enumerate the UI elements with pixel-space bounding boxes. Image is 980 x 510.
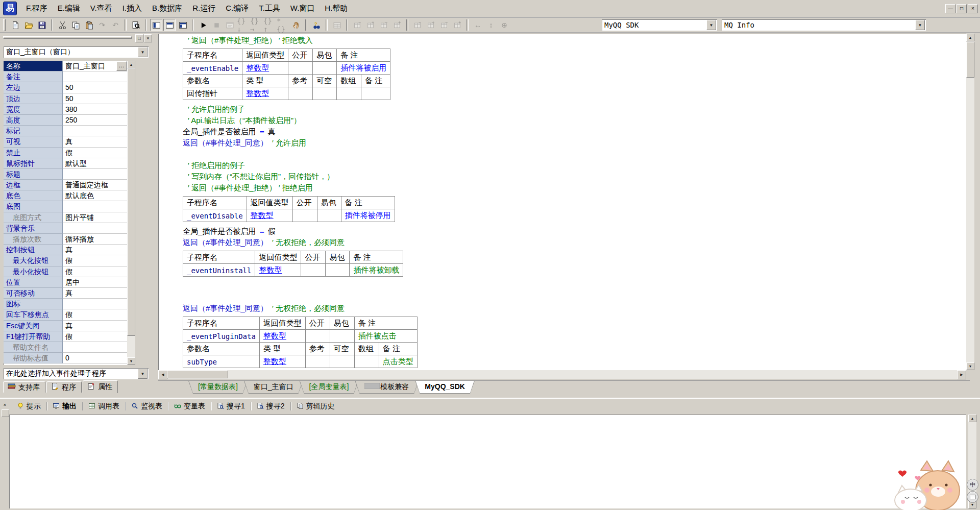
- property-row[interactable]: 底图方式图片平铺: [4, 212, 127, 223]
- new-data-member-button[interactable]: [351, 19, 363, 31]
- param-type-cell[interactable]: 整数型: [242, 87, 288, 100]
- redo-button[interactable]: ↷: [96, 19, 108, 31]
- output-tab-提示[interactable]: 提示: [11, 401, 46, 411]
- dropdown-arrow-icon[interactable]: ▼: [138, 47, 148, 57]
- tab-支持库[interactable]: 支持库: [3, 381, 45, 393]
- property-row[interactable]: 边框普通固定边框: [4, 180, 127, 190]
- property-row[interactable]: 播放次数循环播放: [4, 234, 127, 245]
- menu-item[interactable]: H.帮助: [320, 2, 353, 15]
- output-tab-输出[interactable]: 输出: [47, 401, 82, 411]
- doc-tab-[全局变量表][interactable]: [全局变量表]: [300, 381, 359, 394]
- property-row[interactable]: 名称窗口_主窗口…: [4, 61, 127, 71]
- stop-button[interactable]: [210, 19, 223, 31]
- param-remark-cell[interactable]: [361, 87, 390, 100]
- scroll-down-button[interactable]: ▼: [127, 357, 135, 365]
- swap-data-members-button[interactable]: [378, 19, 390, 31]
- menu-item[interactable]: E.编辑: [53, 2, 85, 15]
- doc-tab-窗口_主窗口[interactable]: 窗口_主窗口: [244, 381, 303, 394]
- merge-table-cells-button[interactable]: [411, 19, 424, 31]
- layout-split-top-button[interactable]: [163, 19, 176, 31]
- property-row[interactable]: 控制按钮真: [4, 245, 127, 255]
- property-row[interactable]: F1键打开帮助假: [4, 331, 127, 342]
- property-value[interactable]: 图片平铺: [63, 212, 127, 223]
- close-output-button[interactable]: ×: [2, 401, 8, 408]
- mdi-restore-button[interactable]: □: [957, 4, 967, 13]
- property-row[interactable]: 帮助文件名: [4, 342, 127, 353]
- scroll-down-button[interactable]: ▼: [966, 362, 974, 370]
- property-row[interactable]: Esc键关闭真: [4, 321, 127, 331]
- output-tab-变量表[interactable]: 变量表: [168, 401, 211, 411]
- output-tab-剪辑历史[interactable]: 剪辑历史: [291, 401, 340, 411]
- type-link[interactable]: 整数型: [263, 357, 286, 366]
- return-type-cell[interactable]: 整数型: [259, 330, 305, 343]
- param-type-cell[interactable]: 整数型: [259, 355, 305, 368]
- property-row[interactable]: 备注: [4, 71, 127, 82]
- fit-both-button[interactable]: ⊕: [498, 19, 510, 31]
- property-value[interactable]: 50: [63, 93, 127, 104]
- menu-item[interactable]: C.编译: [220, 2, 254, 15]
- panel-close-button[interactable]: ×: [144, 34, 152, 42]
- undo-button[interactable]: ↶: [109, 19, 121, 31]
- property-value[interactable]: 50: [63, 82, 127, 93]
- tab-程序[interactable]: 程序: [46, 381, 82, 393]
- return-type-cell[interactable]: 整数型: [242, 62, 288, 75]
- property-row[interactable]: 顶边50: [4, 93, 127, 104]
- save-button[interactable]: [36, 19, 48, 31]
- property-value[interactable]: 循环播放: [63, 234, 127, 245]
- property-value[interactable]: 假: [63, 331, 127, 342]
- subroutine-name-cell[interactable]: _eventDisable: [183, 209, 247, 222]
- property-row[interactable]: 最大化按钮假: [4, 255, 127, 266]
- property-row[interactable]: 标题: [4, 169, 127, 180]
- fit-width-button[interactable]: ↔: [472, 19, 484, 31]
- pause-button[interactable]: [290, 19, 302, 31]
- property-value[interactable]: 默认底色: [63, 190, 127, 201]
- property-value[interactable]: 380: [63, 104, 127, 115]
- remark-cell[interactable]: 插件将被卸载: [350, 264, 403, 277]
- ime-chinese-button[interactable]: 中: [967, 479, 978, 491]
- property-value[interactable]: [63, 71, 127, 82]
- scroll-up-button[interactable]: ▲: [966, 34, 974, 41]
- output-console[interactable]: [9, 415, 966, 508]
- property-value[interactable]: 真: [63, 245, 127, 255]
- menu-item[interactable]: W.窗口: [285, 2, 320, 15]
- menu-item[interactable]: R.运行: [187, 2, 220, 15]
- detach-output-button[interactable]: [2, 409, 9, 417]
- open-file-button[interactable]: [22, 19, 35, 31]
- property-value[interactable]: 0: [63, 353, 127, 363]
- property-row[interactable]: 帮助标志值0: [4, 353, 127, 363]
- property-row[interactable]: 图标: [4, 299, 127, 309]
- property-row[interactable]: 标记: [4, 126, 127, 136]
- insert-data-member-button[interactable]: [364, 19, 377, 31]
- debug-window-button[interactable]: [224, 19, 236, 31]
- panel-grip[interactable]: [3, 36, 132, 39]
- step-over-button[interactable]: {}→: [250, 19, 262, 31]
- param-remark-cell[interactable]: 点击类型: [379, 355, 417, 368]
- panel-restore-button[interactable]: □: [135, 34, 143, 42]
- dropdown-arrow-icon[interactable]: ▼: [138, 369, 148, 379]
- scroll-thumb[interactable]: [167, 370, 228, 378]
- return-type-cell[interactable]: 整数型: [255, 264, 301, 277]
- property-row[interactable]: 鼠标指针默认型: [4, 158, 127, 169]
- scroll-left-button[interactable]: ◀: [158, 370, 167, 379]
- menu-item[interactable]: F.程序: [21, 2, 53, 15]
- subroutine-combobox[interactable]: MyQQ_SDK ▼: [602, 19, 717, 31]
- object-selector-combobox[interactable]: 窗口_主窗口（窗口） ▼: [4, 46, 149, 58]
- subroutine-name-cell[interactable]: _eventEnable: [183, 62, 242, 75]
- remark-cell[interactable]: 插件被点击: [354, 330, 417, 343]
- remark-cell[interactable]: 插件将被停用: [341, 209, 395, 222]
- property-value[interactable]: 假: [63, 266, 127, 277]
- property-value[interactable]: [63, 299, 127, 309]
- property-value[interactable]: [63, 223, 127, 234]
- step-out-button[interactable]: {}↑: [263, 19, 276, 31]
- property-value[interactable]: 假: [63, 148, 127, 158]
- new-file-button[interactable]: [9, 19, 21, 31]
- doc-tab-MyQQ_SDK[interactable]: MyQQ_SDK: [415, 381, 475, 394]
- cut-button[interactable]: [56, 19, 68, 31]
- property-value[interactable]: [63, 126, 127, 136]
- property-value[interactable]: [63, 169, 127, 180]
- type-link[interactable]: 整数型: [246, 63, 269, 72]
- scroll-right-button[interactable]: ▶: [957, 370, 966, 379]
- event-handler-combobox[interactable]: 在此处选择加入事件处理子程序 ▼: [4, 368, 149, 379]
- param-name-cell[interactable]: 回传指针: [183, 87, 242, 100]
- scroll-up-button[interactable]: ▲: [968, 415, 976, 422]
